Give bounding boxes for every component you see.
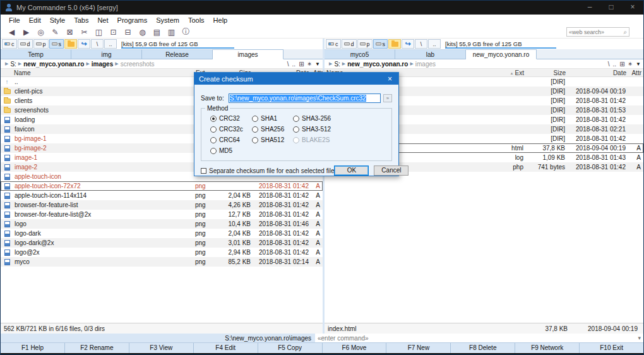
goto-folder-button[interactable]: ↪ <box>78 39 90 49</box>
drive-p-button[interactable]: p <box>357 39 373 49</box>
copy-icon[interactable]: ◫ <box>92 28 106 37</box>
tab-release[interactable]: Release <box>142 49 213 59</box>
f10-exit-button[interactable]: F10 Exit <box>580 343 643 353</box>
tab-lab[interactable]: lab <box>395 49 466 59</box>
drive-s-button[interactable]: s <box>49 39 64 49</box>
file-row[interactable]: browser-for-feature-listpng4,26 KB2018-0… <box>1 200 323 210</box>
menu-edit[interactable]: Edit <box>25 16 45 24</box>
favorites-icon[interactable]: ∗ <box>628 61 633 67</box>
radio-crc32c[interactable]: CRC32c <box>210 126 252 133</box>
drive-p-button[interactable]: p <box>33 39 49 49</box>
save-to-field[interactable]: S:\new_myco.yonan.ro\images\CheckSum.crc… <box>229 93 381 103</box>
up-dir-button[interactable]: .. <box>428 39 441 49</box>
ok-button[interactable]: OK <box>334 165 369 176</box>
minimize-icon[interactable]: – <box>579 1 600 15</box>
root-button[interactable]: \ <box>415 39 427 49</box>
dialog-titlebar[interactable]: Create checksum × <box>194 73 398 85</box>
maximize-icon[interactable]: □ <box>600 1 622 15</box>
radio-sha1[interactable]: SHA1 <box>252 115 293 122</box>
f6-move-button[interactable]: F6 Move <box>323 343 387 353</box>
breadcrumb-segment[interactable]: new_myco.yonan.ro <box>347 61 408 68</box>
drive-c-button[interactable]: c <box>326 39 341 49</box>
menu-net[interactable]: Net <box>93 16 112 24</box>
radio-md5[interactable]: MD5 <box>210 147 252 154</box>
console-icon[interactable]: ▤ <box>150 28 164 37</box>
drive-d-button[interactable]: d <box>342 39 357 49</box>
menu-system[interactable]: System <box>152 16 184 24</box>
separate-file-checkbox[interactable]: Separate checksum file for each selected… <box>201 167 334 174</box>
f7-new-button[interactable]: F7 New <box>386 343 451 353</box>
file-row[interactable]: apple-touch-icon-114x114png2,04 KB2018-0… <box>1 191 323 200</box>
tab-images[interactable]: images <box>213 49 283 59</box>
file-row[interactable]: logo-dark@2xpng3,01 KB2018-08-31 01:42A <box>1 238 323 248</box>
column-header-size[interactable]: Size <box>526 69 568 76</box>
radio-sha3-512[interactable]: SHA3-512 <box>293 126 337 133</box>
tab-myco5[interactable]: myco5 <box>325 49 395 59</box>
home-folder-button[interactable] <box>64 39 77 49</box>
info-icon[interactable]: ⓘ <box>179 27 193 37</box>
breadcrumb-drive[interactable]: S: <box>334 61 340 68</box>
breadcrumb-segment[interactable]: images <box>92 61 113 68</box>
view-icon[interactable]: ◎ <box>33 28 48 37</box>
root-icon[interactable]: \ <box>608 61 610 68</box>
tab-temp[interactable]: Temp <box>1 49 71 59</box>
new-tab-icon[interactable]: ⊞ <box>619 61 624 68</box>
menu-tabs[interactable]: Tabs <box>69 16 93 24</box>
radio-sha256[interactable]: SHA256 <box>252 126 293 133</box>
home-folder-button[interactable] <box>388 39 401 49</box>
breadcrumb-segment[interactable]: new_myco.yonan.ro <box>23 61 84 68</box>
breadcrumb-hint[interactable]: images <box>415 61 436 68</box>
pack-icon[interactable]: ⊟ <box>121 28 135 37</box>
menu-programs[interactable]: Programs <box>113 16 152 24</box>
column-header-attr[interactable]: Attr <box>628 69 643 76</box>
up-dir-button[interactable]: .. <box>104 39 117 49</box>
delete-icon[interactable]: ⊠ <box>63 28 77 37</box>
menu-tools[interactable]: Tools <box>184 16 209 24</box>
drive-c-button[interactable]: c <box>2 39 17 49</box>
goto-folder-button[interactable]: ↪ <box>402 39 414 49</box>
breadcrumb-drive[interactable]: S: <box>10 61 16 68</box>
root-button[interactable]: \ <box>91 39 104 49</box>
column-header-name[interactable]: Name <box>12 69 194 76</box>
drive-s-button[interactable]: s <box>373 39 388 49</box>
back-icon[interactable]: ◀ <box>4 28 19 37</box>
favorites-icon[interactable]: ∗ <box>307 61 313 67</box>
root-icon[interactable]: \ <box>287 61 289 68</box>
tab-new-myco[interactable]: new_myco.yonan.ro <box>466 49 537 59</box>
cut-icon[interactable]: ✂ <box>77 28 92 37</box>
close-icon[interactable]: × <box>386 75 394 83</box>
new-tab-icon[interactable]: ⊞ <box>299 61 304 68</box>
forward-icon[interactable]: ▶ <box>19 28 33 37</box>
cancel-button[interactable]: Cancel <box>374 165 408 176</box>
tab-img[interactable]: img <box>71 49 142 59</box>
column-header-ext[interactable]: ▲Ext <box>499 69 526 76</box>
menu-style[interactable]: Style <box>45 16 69 24</box>
menu-file[interactable]: File <box>4 16 25 24</box>
menu-help[interactable]: Help <box>209 16 232 24</box>
radio-crc32[interactable]: CRC32 <box>210 115 252 122</box>
f4-edit-button[interactable]: F4 Edit <box>194 343 258 353</box>
close-icon[interactable]: × <box>622 1 643 15</box>
file-row-cursor[interactable]: apple-touch-icon-72x72png2018-08-31 01:4… <box>1 181 323 191</box>
radio-crc64[interactable]: CRC64 <box>210 136 252 143</box>
up-icon[interactable]: .. <box>292 61 296 68</box>
history-dropdown-icon[interactable]: ▼ <box>315 61 320 67</box>
radio-sha3-256[interactable]: SHA3-256 <box>293 115 337 122</box>
f9-network-button[interactable]: F9 Network <box>515 343 580 353</box>
paste-icon[interactable]: ⊡ <box>106 28 121 37</box>
find-icon[interactable]: ▥ <box>164 28 179 37</box>
f3-view-button[interactable]: F3 View <box>129 343 194 353</box>
f1-help-button[interactable]: F1 Help <box>1 343 65 353</box>
chevron-down-icon[interactable]: ▾ <box>638 335 643 341</box>
network-icon[interactable]: ◍ <box>135 28 150 37</box>
command-input[interactable] <box>315 335 638 342</box>
file-row[interactable]: logo-darkpng2,04 KB2018-08-31 01:42A <box>1 229 323 238</box>
file-row[interactable]: browser-for-feature-list@2xpng12,7 KB201… <box>1 210 323 219</box>
browse-button[interactable]: » <box>383 94 392 102</box>
f2-rename-button[interactable]: F2 Rename <box>65 343 129 353</box>
f5-copy-button[interactable]: F5 Copy <box>258 343 323 353</box>
history-dropdown-icon[interactable]: ▼ <box>636 61 641 67</box>
up-icon[interactable]: .. <box>613 61 617 68</box>
edit-icon[interactable]: ✎ <box>48 28 63 37</box>
drive-d-button[interactable]: d <box>18 39 33 49</box>
